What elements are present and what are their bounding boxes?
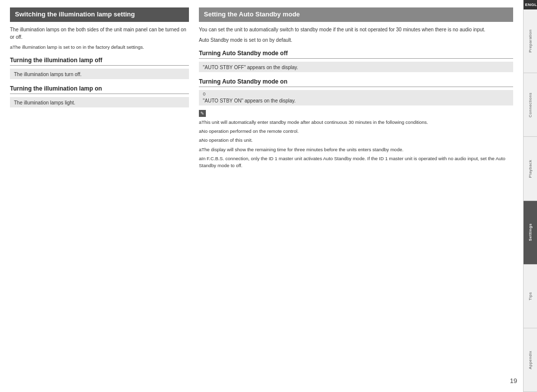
note-2: aNo operation of this unit. <box>199 137 513 144</box>
sidebar-item-appendix[interactable]: Appendix <box>524 328 537 392</box>
sidebar-item-preparation[interactable]: Preparation <box>524 9 537 73</box>
auto-standby-off-cmd: "AUTO STBY OFF" appears on the display. <box>199 62 513 72</box>
note-3: aThe display will show the remaining tim… <box>199 146 513 153</box>
lamp-off-heading: Turning the illumination lamp off <box>10 57 189 66</box>
notes-block: ✎ aThis unit will automatically enter st… <box>199 109 513 170</box>
sidebar: ENGLISH Preparation Connections Playback… <box>523 0 537 392</box>
sidebar-item-playback[interactable]: Playback <box>524 137 537 200</box>
playback-label: Playback <box>528 160 533 178</box>
left-body1: The illumination lamps on the both sides… <box>10 26 189 41</box>
sidebar-item-settings[interactable]: Settings <box>524 201 537 265</box>
connections-label: Connections <box>528 93 533 117</box>
lamp-on-cmd: The illumination lamps light. <box>10 97 189 107</box>
left-section-title: Switching the illumination lamp setting <box>10 7 189 22</box>
english-badge: ENGLISH <box>524 0 537 9</box>
wrench-icon: ✎ <box>199 110 206 117</box>
right-body2: Auto Standby mode is set to on by defaul… <box>199 36 513 44</box>
auto-standby-on-cmd-desc: "AUTO STBY ON" appears on the display. <box>203 98 509 103</box>
auto-standby-on-cmd-line1: O <box>203 92 509 97</box>
auto-standby-on-heading: Turning Auto Standby mode on <box>199 78 513 87</box>
left-note1: aThe illumination lamp is set to on in t… <box>10 44 189 51</box>
note-0: aThis unit will automatically enter stan… <box>199 119 513 126</box>
lamp-on-heading: Turning the illumination lamp on <box>10 85 189 94</box>
tips-label: Tips <box>528 292 533 300</box>
settings-label: Settings <box>528 223 533 241</box>
auto-standby-off-cmd-desc: "AUTO STBY OFF" appears on the display. <box>203 65 509 70</box>
note-4: aIn F.C.B.S. connection, only the ID 1 m… <box>199 155 513 170</box>
main-content: Switching the illumination lamp setting … <box>0 0 523 392</box>
note-1: aNo operation performed on the remote co… <box>199 128 513 135</box>
left-column: Switching the illumination lamp setting … <box>10 7 189 171</box>
preparation-label: Preparation <box>528 29 533 53</box>
appendix-label: Appendix <box>528 351 533 369</box>
right-section-title: Setting the Auto Standby mode <box>199 7 513 22</box>
page-number: 19 <box>510 377 517 385</box>
right-column: Setting the Auto Standby mode You can se… <box>199 7 513 171</box>
auto-standby-on-cmd: O "AUTO STBY ON" appears on the display. <box>199 90 513 105</box>
right-body1: You can set the unit to automatically sw… <box>199 26 513 33</box>
sidebar-item-connections[interactable]: Connections <box>524 73 537 137</box>
auto-standby-off-heading: Turning Auto Standby mode off <box>199 50 513 59</box>
lamp-off-cmd: The illumination lamps turn off. <box>10 69 189 79</box>
columns: Switching the illumination lamp setting … <box>10 7 513 171</box>
lamp-off-cmd-desc: The illumination lamps turn off. <box>14 72 185 77</box>
sidebar-item-tips[interactable]: Tips <box>524 265 537 328</box>
lamp-on-cmd-desc: The illumination lamps light. <box>14 100 185 105</box>
